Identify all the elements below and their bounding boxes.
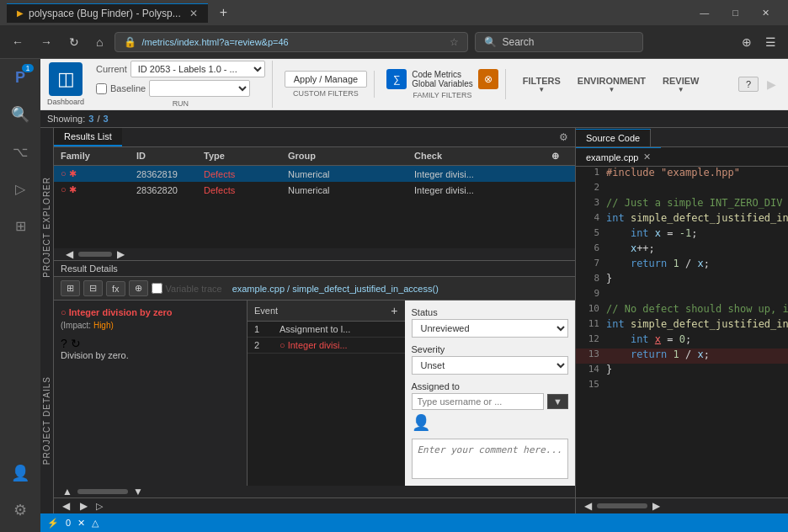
vscroll-up[interactable]: ▲	[57, 486, 77, 497]
current-dropdown[interactable]: ID 2053 - Labels 1.0 - ...	[130, 61, 265, 77]
status-lightning-icon: ⚡	[47, 518, 59, 529]
new-tab-button[interactable]: +	[213, 5, 234, 20]
activity-extensions[interactable]: ⊞	[5, 210, 35, 241]
baseline-checkbox[interactable]	[96, 83, 107, 94]
window-controls: — □ ✕	[688, 0, 781, 25]
comment-textarea[interactable]	[412, 439, 569, 479]
project-explorer-label: PROJECT EXPLORER	[40, 173, 55, 281]
row2-check: Integer divisi...	[414, 185, 551, 195]
environment-tab[interactable]: ENVIRONMENT ▼	[572, 76, 651, 93]
file-tab-close[interactable]: ✕	[643, 152, 651, 162]
nav-right[interactable]: ▶	[75, 500, 93, 512]
dashboard-icon: ◫	[57, 68, 75, 90]
maximize-button[interactable]: □	[721, 0, 750, 25]
search-box[interactable]: 🔍 Search	[475, 32, 643, 52]
nav-left[interactable]: ◀	[57, 500, 75, 512]
home-button[interactable]: ⌂	[91, 32, 108, 52]
details-path: example.cpp / simple_defect_justified_in…	[232, 284, 439, 294]
extensions-icon: ⊞	[15, 218, 26, 234]
tab-close-button[interactable]: ✕	[189, 8, 198, 19]
minimize-button[interactable]: —	[688, 0, 721, 25]
details-fx-btn[interactable]: fx	[106, 281, 125, 296]
source-scrollbar[interactable]: ◀ ▶	[576, 497, 788, 513]
row2-family: ○ ✱	[61, 184, 136, 195]
col-add[interactable]: ⊕	[551, 151, 568, 162]
activity-debug[interactable]: ▷	[5, 173, 35, 204]
bottom-scrollbar[interactable]: ▲ ▼	[54, 486, 575, 497]
bookmark-icon: ☆	[450, 36, 459, 48]
url-bar[interactable]: 🔒 /metrics/index.html?a=review&p=46 ☆	[114, 32, 468, 52]
status-dropdown[interactable]: UnreviewedJustifiedNo Action PlannedFix	[412, 319, 569, 338]
right-panel: Source Code ⚙ example.cpp ✕ 1 #include "…	[576, 128, 788, 513]
vscroll-thumb[interactable]	[77, 489, 128, 494]
toolbar-scroll-right[interactable]: ▶	[762, 74, 781, 94]
assigned-input[interactable]	[412, 393, 545, 410]
filters-tab[interactable]: FILTERS ▼	[518, 76, 566, 93]
refresh-button[interactable]: ↻	[64, 32, 84, 52]
activity-polyspace[interactable]: P 1	[5, 62, 35, 93]
code-line-3: 3 // Just a simple INT_ZERO_DIV	[576, 197, 788, 212]
results-list-settings-icon[interactable]: ⚙	[552, 128, 575, 146]
src-scroll-left[interactable]: ◀	[579, 500, 597, 512]
vscroll-down[interactable]: ▼	[128, 486, 148, 497]
details-btn1[interactable]: ⊞	[61, 280, 80, 296]
activity-search[interactable]: 🔍	[5, 99, 35, 130]
custom-filters-label: CUSTOM FILTERS	[293, 89, 359, 98]
apply-manage-button[interactable]: Apply / Manage	[285, 71, 367, 88]
table-row[interactable]: ○ ✱ 28362819 Defects Numerical Integer d…	[54, 166, 575, 182]
assigned-input-container: ▼	[412, 393, 569, 410]
details-btn2[interactable]: ⊟	[83, 280, 103, 296]
dashboard-section: ◫ Dashboard	[47, 62, 84, 106]
code-line-15: 15	[576, 379, 788, 394]
assigned-dropdown-btn[interactable]: ▼	[547, 394, 568, 409]
extensions-icon[interactable]: ⊕	[737, 32, 757, 52]
showing-bar: Showing: 3 / 3	[40, 110, 788, 128]
results-list-tab[interactable]: Results List	[54, 128, 122, 146]
table-hscroll[interactable]: ◀ ▶	[54, 248, 575, 260]
table-row[interactable]: ○ ✱ 28362820 Defects Numerical Integer d…	[54, 182, 575, 198]
events-add-button[interactable]: +	[391, 304, 397, 317]
file-tab-cpp[interactable]: example.cpp ✕	[576, 147, 661, 166]
col-type: Type	[204, 151, 288, 162]
activity-user[interactable]: 👤	[5, 458, 35, 488]
activity-settings[interactable]: ⚙	[5, 495, 35, 525]
baseline-dropdown[interactable]	[149, 80, 250, 97]
forward-button[interactable]: →	[35, 32, 57, 52]
hscroll-right[interactable]: ▶	[112, 248, 130, 260]
review-filter-tab[interactable]: REVIEW ▼	[658, 76, 704, 93]
global-var-icon[interactable]: ⊗	[478, 69, 498, 89]
event-row-2[interactable]: 2 ○ Integer divisi...	[248, 338, 405, 354]
code-metrics-icon[interactable]: ∑	[386, 69, 407, 89]
search-icon: 🔍	[11, 105, 29, 124]
details-header: Result Details	[54, 261, 575, 277]
variable-trace-checkbox[interactable]	[152, 283, 162, 294]
hscroll-left[interactable]: ◀	[61, 248, 78, 260]
row1-id: 28362819	[136, 169, 204, 179]
dashboard-button[interactable]: ◫	[49, 62, 83, 96]
defect-help-button[interactable]: ?	[61, 337, 67, 350]
hscroll-thumb[interactable]	[78, 252, 112, 257]
activity-bottom: 👤 ⚙	[5, 458, 35, 532]
browser-menu-button[interactable]: ☰	[760, 32, 781, 52]
severity-dropdown[interactable]: UnsetHighMediumLow	[412, 356, 569, 375]
source-code-tab[interactable]: Source Code	[576, 129, 651, 146]
event-row-1[interactable]: 1 Assignment to l...	[248, 322, 405, 338]
details-time-btn[interactable]: ⊕	[129, 280, 148, 296]
close-window-button[interactable]: ✕	[750, 0, 781, 25]
run-label: RUN	[96, 99, 265, 108]
src-scroll-thumb[interactable]	[597, 503, 647, 508]
src-scroll-right[interactable]: ▶	[647, 500, 665, 512]
global-variables-label: Global Variables	[412, 79, 473, 88]
code-editor: 1 #include "example.hpp" 2 3 // Just a s…	[576, 167, 788, 497]
content-area: ◫ Dashboard Current ID 2053 - Labels 1.0…	[40, 59, 788, 532]
event-desc-2: ○ Integer divisi...	[280, 340, 398, 350]
back-button[interactable]: ←	[7, 32, 29, 52]
browser-tab[interactable]: ▶ polyspace (Bug Finder) - Polysp... ✕	[7, 3, 208, 23]
activity-git[interactable]: ⌥	[5, 136, 35, 167]
debug-icon: ▷	[15, 181, 25, 197]
defect-refresh-button[interactable]: ↻	[71, 337, 81, 350]
help-button[interactable]: ? ?	[738, 77, 759, 92]
showing-count1: 3	[88, 114, 93, 124]
source-tab-bar: Source Code ⚙	[576, 128, 788, 147]
code-metrics-label: Code Metrics	[412, 70, 473, 79]
